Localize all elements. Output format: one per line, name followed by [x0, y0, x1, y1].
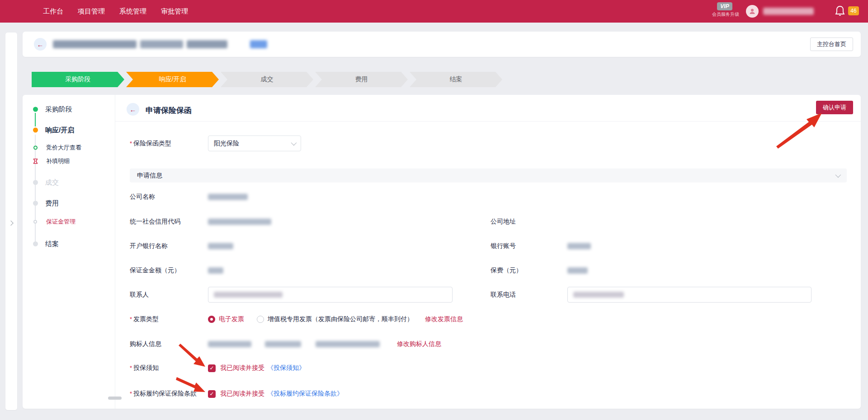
- dot-active-icon: [33, 128, 38, 133]
- phone-input[interactable]: [567, 287, 811, 303]
- phone-value-redacted: [573, 292, 624, 298]
- sidebar-item-fee[interactable]: 费用: [45, 199, 59, 208]
- contact-label: 联系人: [130, 291, 149, 299]
- person-icon: [749, 8, 756, 15]
- breadcrumb-header-card: ← 主控台首页: [23, 32, 861, 57]
- notice-document-link[interactable]: 《投保须知》: [267, 364, 305, 372]
- ring-icon: [33, 220, 37, 224]
- notification-count-badge[interactable]: 46: [848, 6, 859, 15]
- content-card: 采购阶段 响应/开启 竞价大厅查看 补填明细 成交 费用 保证金管理 结案 ← …: [23, 95, 861, 409]
- modify-invoice-link[interactable]: 修改发票信息: [425, 315, 463, 323]
- notification-bell-icon[interactable]: [835, 5, 845, 17]
- modify-buyer-link[interactable]: 修改购标人信息: [397, 340, 441, 348]
- sidebar-item-procurement[interactable]: 采购阶段: [45, 105, 72, 114]
- check-icon: ✓: [209, 365, 214, 371]
- dot-done-icon: [33, 107, 38, 112]
- phone-label: 联系电话: [491, 291, 516, 299]
- sidebar-item-deposit-management[interactable]: 保证金管理: [46, 218, 75, 226]
- buyer-redacted: [208, 341, 251, 347]
- sidebar-item-fill-details[interactable]: 补填明细: [46, 157, 70, 165]
- required-mark: *: [130, 316, 132, 322]
- invoice-type-label: *发票类型: [130, 315, 159, 323]
- sidebar-item-deal[interactable]: 成交: [45, 178, 59, 187]
- menu-item-approval-management[interactable]: 审批管理: [161, 7, 188, 16]
- ring-icon: [33, 146, 38, 150]
- buyer-info-row: 修改购标人信息: [208, 340, 441, 348]
- chevron-down-icon: [291, 140, 297, 146]
- redacted-text: [140, 40, 183, 48]
- required-mark: *: [130, 390, 132, 397]
- confirm-apply-button[interactable]: 确认申请: [816, 101, 853, 114]
- deposit-amount-redacted: [208, 267, 223, 274]
- required-mark: *: [130, 364, 132, 371]
- insurance-type-label: *保险保函类型: [130, 140, 171, 148]
- contact-value-redacted: [214, 292, 283, 298]
- back-arrow-icon: ←: [37, 41, 44, 48]
- contact-input[interactable]: [208, 287, 453, 303]
- timeline-line-done: [35, 113, 36, 126]
- redacted-text: [187, 40, 227, 48]
- sidebar-item-bidding-hall[interactable]: 竞价大厅查看: [46, 144, 81, 152]
- notice-label: *投保须知: [130, 364, 159, 372]
- vat-invoice-label[interactable]: 增值税专用发票（发票由保险公司邮寄，顺丰到付）: [268, 315, 413, 323]
- divider: [115, 121, 861, 121]
- timeline-line: [35, 135, 36, 245]
- company-name-redacted: [208, 194, 248, 200]
- sidebar-item-response-open[interactable]: 响应/开启: [45, 126, 74, 135]
- premium-redacted: [567, 267, 588, 274]
- page-title: 申请保险保函: [146, 105, 192, 116]
- hourglass-icon: [33, 159, 38, 164]
- terms-checkbox-checked[interactable]: ✓: [208, 390, 216, 398]
- back-arrow-icon: ←: [130, 106, 137, 113]
- terms-document-link[interactable]: 《投标履约保证保险条款》: [267, 390, 343, 398]
- radio-vat-invoice[interactable]: [257, 316, 264, 323]
- apply-guarantee-panel: ← 申请保险保函 确认申请 *保险保函类型 阳光保险 申请信息 公司名称 统一社…: [115, 95, 861, 409]
- bank-name-label: 开户银行名称: [130, 242, 168, 250]
- step-response-open: 响应/开启: [126, 72, 219, 87]
- step-deal: 成交: [221, 72, 313, 87]
- buyer-info-label: 购标人信息: [130, 340, 161, 348]
- radio-electronic-invoice-selected[interactable]: [208, 316, 215, 323]
- buyer-redacted: [316, 341, 380, 347]
- menu-item-project-management[interactable]: 项目管理: [78, 7, 105, 16]
- sidebar-item-close[interactable]: 结案: [45, 240, 59, 248]
- console-home-button[interactable]: 主控台首页: [810, 37, 853, 51]
- terms-agree-row: ✓ 我已阅读并接受 《投标履约保证保险条款》: [208, 390, 343, 398]
- menu-item-system-management[interactable]: 系统管理: [119, 7, 146, 16]
- back-button[interactable]: ←: [34, 38, 47, 51]
- premium-label: 保费（元）: [491, 266, 522, 275]
- credit-code-label: 统一社会信用代码: [130, 218, 180, 226]
- navbar-right: VIP 会员服务升级 46: [678, 0, 868, 23]
- expand-chevron-icon[interactable]: [8, 220, 13, 225]
- vip-caption: 会员服务升级: [712, 11, 737, 18]
- vip-icon: VIP: [717, 2, 732, 10]
- vip-upgrade[interactable]: VIP 会员服务升级: [712, 2, 737, 18]
- project-title-redacted: [53, 40, 267, 48]
- credit-code-redacted: [208, 219, 271, 225]
- menu-item-workbench[interactable]: 工作台: [43, 7, 63, 16]
- form-back-button[interactable]: ←: [127, 103, 139, 116]
- terms-agree-text: 我已阅读并接受: [220, 390, 264, 398]
- main-menu: 工作台 项目管理 系统管理 审批管理: [0, 7, 188, 16]
- user-avatar[interactable]: [746, 5, 759, 18]
- notice-agree-text: 我已阅读并接受: [220, 364, 264, 372]
- section-title: 申请信息: [137, 172, 835, 180]
- sidebar-collapse-strip[interactable]: [5, 33, 17, 410]
- buyer-redacted: [265, 341, 301, 347]
- insurance-type-value: 阳光保险: [214, 140, 291, 148]
- dot-pending-icon: [33, 180, 38, 185]
- bank-account-redacted: [567, 243, 591, 249]
- notice-checkbox-checked[interactable]: ✓: [208, 364, 216, 372]
- company-address-label: 公司地址: [491, 218, 516, 226]
- electronic-invoice-label[interactable]: 电子发票: [219, 315, 244, 323]
- check-icon: ✓: [209, 391, 214, 397]
- application-info-section-header[interactable]: 申请信息: [130, 168, 847, 182]
- step-fee: 费用: [315, 72, 408, 87]
- insurance-type-select[interactable]: 阳光保险: [208, 135, 301, 151]
- company-name-label: 公司名称: [130, 193, 155, 201]
- bank-account-label: 银行账号: [491, 242, 516, 250]
- step-procurement: 采购阶段: [32, 72, 124, 87]
- redacted-badge: [250, 40, 267, 48]
- terms-label: *投标履约保证保险条款: [130, 390, 197, 398]
- stage-progress-bar: 采购阶段 响应/开启 成交 费用 结案: [32, 72, 502, 87]
